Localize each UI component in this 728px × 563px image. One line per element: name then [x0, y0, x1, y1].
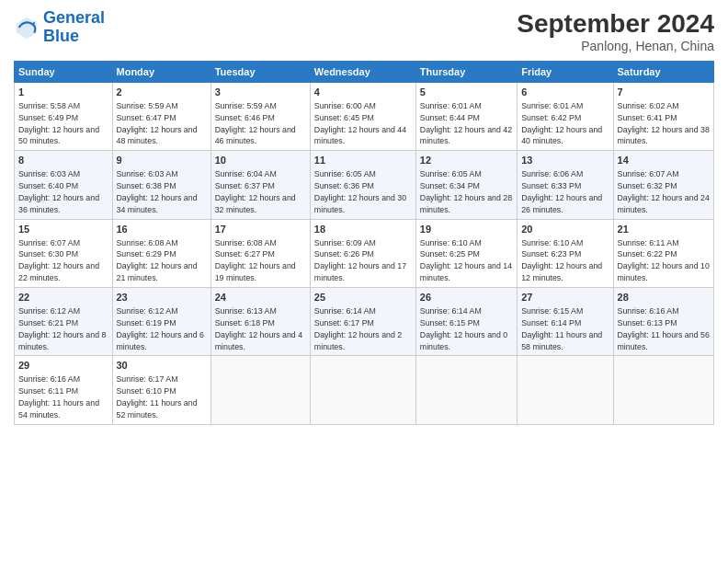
table-row: 18 Sunrise: 6:09 AMSunset: 6:26 PMDaylig… — [310, 219, 415, 287]
day-info: Sunrise: 6:01 AMSunset: 6:44 PMDaylight:… — [420, 101, 512, 146]
table-row: 16 Sunrise: 6:08 AMSunset: 6:29 PMDaylig… — [112, 219, 210, 287]
day-number: 26 — [420, 291, 513, 304]
day-number: 30 — [117, 359, 207, 373]
day-info: Sunrise: 6:15 AMSunset: 6:14 PMDaylight:… — [521, 306, 602, 351]
svg-marker-0 — [17, 17, 37, 40]
day-number: 12 — [420, 154, 513, 167]
day-info: Sunrise: 6:00 AMSunset: 6:45 PMDaylight:… — [314, 101, 406, 146]
title-section: September 2024 Panlong, Henan, China — [517, 9, 714, 53]
day-info: Sunrise: 6:03 AMSunset: 6:38 PMDaylight:… — [117, 169, 198, 214]
table-row: 11 Sunrise: 6:05 AMSunset: 6:36 PMDaylig… — [310, 151, 415, 219]
table-row: 8 Sunrise: 6:03 AMSunset: 6:40 PMDayligh… — [15, 151, 113, 219]
day-number: 15 — [18, 223, 108, 236]
day-info: Sunrise: 6:09 AMSunset: 6:26 PMDaylight:… — [314, 238, 406, 283]
col-monday: Monday — [112, 62, 210, 83]
logo: General Blue — [14, 9, 105, 46]
day-info: Sunrise: 6:12 AMSunset: 6:21 PMDaylight:… — [18, 306, 106, 351]
col-wednesday: Wednesday — [310, 62, 415, 83]
day-info: Sunrise: 6:08 AMSunset: 6:29 PMDaylight:… — [117, 238, 198, 283]
day-info: Sunrise: 6:08 AMSunset: 6:27 PMDaylight:… — [215, 238, 296, 283]
header: General Blue September 2024 Panlong, Hen… — [14, 9, 714, 53]
day-info: Sunrise: 6:04 AMSunset: 6:37 PMDaylight:… — [215, 169, 296, 214]
day-number: 23 — [117, 291, 207, 304]
calendar-title: September 2024 — [517, 9, 714, 39]
day-info: Sunrise: 6:16 AMSunset: 6:13 PMDaylight:… — [618, 306, 710, 351]
day-info: Sunrise: 6:07 AMSunset: 6:32 PMDaylight:… — [618, 169, 710, 214]
table-row: 10 Sunrise: 6:04 AMSunset: 6:37 PMDaylig… — [210, 151, 310, 219]
day-number: 25 — [314, 291, 412, 304]
table-row: 25 Sunrise: 6:14 AMSunset: 6:17 PMDaylig… — [310, 288, 415, 356]
table-row: 7 Sunrise: 6:02 AMSunset: 6:41 PMDayligh… — [613, 83, 713, 151]
table-row: 28 Sunrise: 6:16 AMSunset: 6:13 PMDaylig… — [613, 288, 713, 356]
table-row: 20 Sunrise: 6:10 AMSunset: 6:23 PMDaylig… — [518, 219, 613, 287]
table-row: 12 Sunrise: 6:05 AMSunset: 6:34 PMDaylig… — [415, 151, 517, 219]
header-row: Sunday Monday Tuesday Wednesday Thursday… — [15, 62, 714, 83]
table-row: 1 Sunrise: 5:58 AMSunset: 6:49 PMDayligh… — [15, 83, 113, 151]
day-number: 22 — [18, 291, 108, 304]
day-number: 9 — [117, 154, 207, 167]
day-number: 1 — [18, 86, 108, 99]
table-row: 2 Sunrise: 5:59 AMSunset: 6:47 PMDayligh… — [112, 83, 210, 151]
day-number: 20 — [521, 223, 609, 236]
logo-icon — [14, 15, 40, 40]
day-info: Sunrise: 6:12 AMSunset: 6:19 PMDaylight:… — [117, 306, 204, 351]
logo-text: General Blue — [43, 9, 105, 46]
day-number: 2 — [117, 86, 207, 99]
day-info: Sunrise: 6:05 AMSunset: 6:34 PMDaylight:… — [420, 169, 512, 214]
day-info: Sunrise: 6:01 AMSunset: 6:42 PMDaylight:… — [521, 101, 602, 146]
table-row: 14 Sunrise: 6:07 AMSunset: 6:32 PMDaylig… — [613, 151, 713, 219]
table-row — [518, 356, 613, 424]
table-row — [310, 356, 415, 424]
table-row: 21 Sunrise: 6:11 AMSunset: 6:22 PMDaylig… — [613, 219, 713, 287]
calendar-row: 8 Sunrise: 6:03 AMSunset: 6:40 PMDayligh… — [15, 151, 714, 219]
day-number: 19 — [420, 223, 513, 236]
day-number: 16 — [117, 223, 207, 236]
col-saturday: Saturday — [613, 62, 713, 83]
day-number: 5 — [420, 86, 513, 99]
day-number: 3 — [215, 86, 306, 99]
day-info: Sunrise: 6:03 AMSunset: 6:40 PMDaylight:… — [18, 169, 99, 214]
day-info: Sunrise: 6:17 AMSunset: 6:10 PMDaylight:… — [117, 374, 198, 419]
calendar-row: 1 Sunrise: 5:58 AMSunset: 6:49 PMDayligh… — [15, 83, 714, 151]
day-number: 13 — [521, 154, 609, 167]
col-sunday: Sunday — [15, 62, 113, 83]
day-number: 14 — [618, 154, 710, 167]
table-row — [415, 356, 517, 424]
day-info: Sunrise: 5:59 AMSunset: 6:47 PMDaylight:… — [117, 101, 198, 146]
day-info: Sunrise: 6:16 AMSunset: 6:11 PMDaylight:… — [18, 374, 99, 419]
calendar-row: 15 Sunrise: 6:07 AMSunset: 6:30 PMDaylig… — [15, 219, 714, 287]
table-row: 5 Sunrise: 6:01 AMSunset: 6:44 PMDayligh… — [415, 83, 517, 151]
calendar-row: 29 Sunrise: 6:16 AMSunset: 6:11 PMDaylig… — [15, 356, 714, 424]
day-number: 4 — [314, 86, 412, 99]
day-number: 6 — [521, 86, 609, 99]
col-tuesday: Tuesday — [210, 62, 310, 83]
calendar-subtitle: Panlong, Henan, China — [517, 39, 714, 53]
day-number: 10 — [215, 154, 306, 167]
table-row: 17 Sunrise: 6:08 AMSunset: 6:27 PMDaylig… — [210, 219, 310, 287]
calendar-container: General Blue September 2024 Panlong, Hen… — [0, 0, 728, 434]
table-row: 24 Sunrise: 6:13 AMSunset: 6:18 PMDaylig… — [210, 288, 310, 356]
table-row: 29 Sunrise: 6:16 AMSunset: 6:11 PMDaylig… — [15, 356, 113, 424]
calendar-table: Sunday Monday Tuesday Wednesday Thursday… — [14, 61, 714, 425]
day-info: Sunrise: 5:59 AMSunset: 6:46 PMDaylight:… — [215, 101, 296, 146]
day-info: Sunrise: 6:02 AMSunset: 6:41 PMDaylight:… — [618, 101, 710, 146]
day-info: Sunrise: 6:11 AMSunset: 6:22 PMDaylight:… — [618, 238, 710, 283]
col-thursday: Thursday — [415, 62, 517, 83]
table-row: 3 Sunrise: 5:59 AMSunset: 6:46 PMDayligh… — [210, 83, 310, 151]
table-row: 15 Sunrise: 6:07 AMSunset: 6:30 PMDaylig… — [15, 219, 113, 287]
day-number: 24 — [215, 291, 306, 304]
day-number: 11 — [314, 154, 412, 167]
table-row — [210, 356, 310, 424]
table-row: 6 Sunrise: 6:01 AMSunset: 6:42 PMDayligh… — [518, 83, 613, 151]
day-info: Sunrise: 6:13 AMSunset: 6:18 PMDaylight:… — [215, 306, 302, 351]
day-number: 28 — [618, 291, 710, 304]
day-info: Sunrise: 6:10 AMSunset: 6:23 PMDaylight:… — [521, 238, 602, 283]
calendar-row: 22 Sunrise: 6:12 AMSunset: 6:21 PMDaylig… — [15, 288, 714, 356]
table-row — [613, 356, 713, 424]
day-number: 27 — [521, 291, 609, 304]
table-row: 27 Sunrise: 6:15 AMSunset: 6:14 PMDaylig… — [518, 288, 613, 356]
day-info: Sunrise: 6:10 AMSunset: 6:25 PMDaylight:… — [420, 238, 512, 283]
table-row: 30 Sunrise: 6:17 AMSunset: 6:10 PMDaylig… — [112, 356, 210, 424]
day-number: 21 — [618, 223, 710, 236]
table-row: 19 Sunrise: 6:10 AMSunset: 6:25 PMDaylig… — [415, 219, 517, 287]
